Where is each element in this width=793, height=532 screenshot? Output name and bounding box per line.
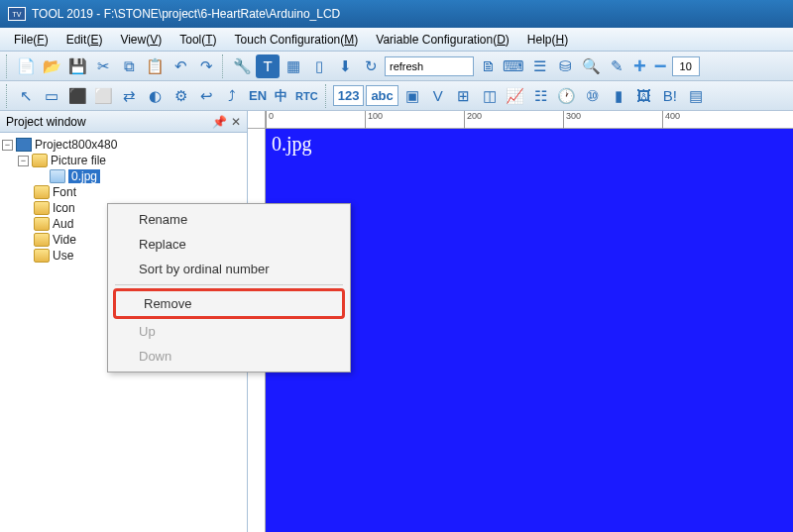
ctx-remove-highlight: Remove bbox=[113, 288, 345, 319]
tool-list-icon[interactable]: ☰ bbox=[527, 54, 551, 78]
return-tool-icon[interactable]: ↩ bbox=[194, 84, 218, 108]
widget-2-icon[interactable]: ⊞ bbox=[452, 84, 476, 108]
tool-refresh-icon[interactable]: ↻ bbox=[359, 54, 383, 78]
ruler-tick: 0 bbox=[266, 111, 274, 129]
rect-tool-icon[interactable]: ▭ bbox=[40, 84, 63, 108]
pin-icon[interactable]: 📌 bbox=[212, 115, 227, 129]
tool-text-icon[interactable]: T bbox=[256, 54, 280, 78]
ruler-tick: 100 bbox=[365, 111, 383, 129]
menu-view[interactable]: View(V) bbox=[112, 30, 170, 50]
marker-tool-icon[interactable]: ⬛ bbox=[65, 84, 89, 108]
toolbar-sep bbox=[325, 84, 329, 108]
widget-bit-icon[interactable]: B! bbox=[658, 84, 682, 108]
ctx-remove[interactable]: Remove bbox=[116, 291, 342, 316]
cursor-tool-icon[interactable]: ↖ bbox=[14, 84, 38, 108]
widget-last-icon[interactable]: ▤ bbox=[684, 84, 708, 108]
ctx-rename[interactable]: Rename bbox=[111, 207, 347, 232]
folder-icon bbox=[34, 185, 50, 199]
sidebar-title: Project window bbox=[6, 115, 86, 129]
tool-eyedrop-icon[interactable]: ✎ bbox=[605, 54, 628, 78]
sidebar-header: Project window 📌 ✕ bbox=[0, 111, 247, 133]
folder-icon bbox=[34, 249, 50, 263]
toolbar-grip-icon bbox=[6, 84, 10, 108]
tree-picture-folder[interactable]: − Picture file bbox=[2, 153, 245, 168]
tool-db-icon[interactable]: ⛁ bbox=[553, 54, 577, 78]
widget-clock-icon[interactable]: 🕐 bbox=[555, 84, 579, 108]
widget-1-icon[interactable]: ▣ bbox=[400, 84, 424, 108]
tool-keyboard-icon[interactable]: ⌨ bbox=[502, 54, 525, 78]
ruler-tick: 400 bbox=[662, 111, 680, 129]
widget-3-icon[interactable]: ◫ bbox=[478, 84, 502, 108]
folder-icon bbox=[32, 154, 48, 167]
cut-button[interactable]: ✂ bbox=[91, 54, 115, 78]
widget-img-icon[interactable]: 🖼 bbox=[632, 84, 656, 108]
widget-chart-icon[interactable]: 📈 bbox=[504, 84, 527, 108]
zh-button[interactable]: 中 bbox=[272, 87, 290, 105]
app-logo-icon: TV bbox=[8, 7, 26, 21]
paste-button[interactable]: 📋 bbox=[143, 54, 167, 78]
tool-download-icon[interactable]: ⬇ bbox=[333, 54, 357, 78]
undo-button[interactable]: ↶ bbox=[169, 54, 192, 78]
menu-file[interactable]: File(F) bbox=[6, 30, 57, 50]
widget-table-icon[interactable]: ☷ bbox=[529, 84, 553, 108]
upload-tool-icon[interactable]: ⤴ bbox=[220, 84, 244, 108]
titlebar: TV TOOL 2019 - F:\STONE\project\6-HeartR… bbox=[0, 0, 793, 28]
tree-font-folder[interactable]: Font bbox=[2, 184, 245, 200]
gear-tool-icon[interactable]: ⚙ bbox=[169, 84, 192, 108]
ctx-up: Up bbox=[111, 319, 347, 344]
zoom-input[interactable] bbox=[672, 56, 700, 76]
en-button[interactable]: EN bbox=[246, 88, 270, 103]
menu-edit[interactable]: Edit(E) bbox=[58, 30, 111, 50]
minus-icon[interactable]: − bbox=[651, 53, 670, 79]
toolbar-1: 📄 📂 💾 ✂ ⧉ 📋 ↶ ↷ 🔧 T ▦ ▯ ⬇ ↻ 🗎 ⌨ ☰ ⛁ 🔍 ✎ … bbox=[0, 52, 793, 81]
toolbar-sep bbox=[222, 54, 226, 78]
widget-bar-icon[interactable]: ▮ bbox=[607, 84, 630, 108]
tree-root[interactable]: − Project800x480 bbox=[2, 137, 245, 153]
widget-v-icon[interactable]: V bbox=[426, 84, 450, 108]
folder-icon bbox=[34, 217, 50, 231]
menu-tool[interactable]: Tool(T) bbox=[171, 30, 224, 50]
btn-tool-icon[interactable]: ⬜ bbox=[91, 84, 115, 108]
tool-search-icon[interactable]: 🔍 bbox=[579, 54, 603, 78]
tool-doc-icon[interactable]: 🗎 bbox=[476, 54, 500, 78]
open-button[interactable]: 📂 bbox=[40, 54, 63, 78]
context-menu: Rename Replace Sort by ordinal number Re… bbox=[107, 203, 351, 372]
redo-button[interactable]: ↷ bbox=[194, 54, 218, 78]
folder-icon bbox=[34, 233, 50, 247]
slider-tool-icon[interactable]: ⇄ bbox=[117, 84, 141, 108]
num-button[interactable]: 123 bbox=[333, 85, 365, 106]
menubar: File(F) Edit(E) View(V) Tool(T) Touch Co… bbox=[0, 28, 793, 52]
ruler-tick: 200 bbox=[464, 111, 482, 129]
rtc-tool-icon[interactable]: ◐ bbox=[143, 84, 167, 108]
refresh-combo[interactable] bbox=[385, 56, 474, 76]
ctx-replace[interactable]: Replace bbox=[111, 232, 347, 257]
tool-wrench-icon[interactable]: 🔧 bbox=[230, 54, 254, 78]
new-button[interactable]: 📄 bbox=[14, 54, 38, 78]
widget-10-icon[interactable]: ⑩ bbox=[581, 84, 605, 108]
collapse-icon[interactable]: − bbox=[2, 140, 13, 151]
ctx-down: Down bbox=[111, 344, 347, 369]
menu-touch-config[interactable]: Touch Configuration(M) bbox=[227, 30, 367, 50]
menu-variable-config[interactable]: Variable Configuration(D) bbox=[368, 30, 517, 50]
ctx-separator bbox=[115, 284, 343, 285]
save-button[interactable]: 💾 bbox=[65, 54, 89, 78]
folder-icon bbox=[34, 201, 50, 215]
plus-icon[interactable]: + bbox=[630, 53, 649, 79]
image-file-icon bbox=[50, 169, 65, 183]
ruler-horizontal: 0 100 200 300 400 bbox=[266, 111, 793, 129]
collapse-icon[interactable]: − bbox=[18, 156, 29, 166]
project-icon bbox=[16, 138, 32, 152]
tool-grid-icon[interactable]: ▦ bbox=[282, 54, 305, 78]
window-title: TOOL 2019 - F:\STONE\project\6-HeartRate… bbox=[32, 7, 340, 21]
ruler-tick: 300 bbox=[563, 111, 581, 129]
copy-button[interactable]: ⧉ bbox=[117, 54, 141, 78]
rtc-button[interactable]: RTC bbox=[292, 90, 321, 102]
abc-button[interactable]: abc bbox=[366, 85, 397, 106]
menu-help[interactable]: Help(H) bbox=[519, 30, 576, 50]
toolbar-2: ↖ ▭ ⬛ ⬜ ⇄ ◐ ⚙ ↩ ⤴ EN 中 RTC 123 abc ▣ V ⊞… bbox=[0, 81, 793, 111]
page-filename-label: 0.jpg bbox=[272, 133, 312, 156]
close-panel-icon[interactable]: ✕ bbox=[231, 115, 241, 129]
tool-page-icon[interactable]: ▯ bbox=[307, 54, 331, 78]
ctx-sort[interactable]: Sort by ordinal number bbox=[111, 257, 347, 281]
tree-file-selected[interactable]: 0.jpg bbox=[2, 168, 245, 184]
